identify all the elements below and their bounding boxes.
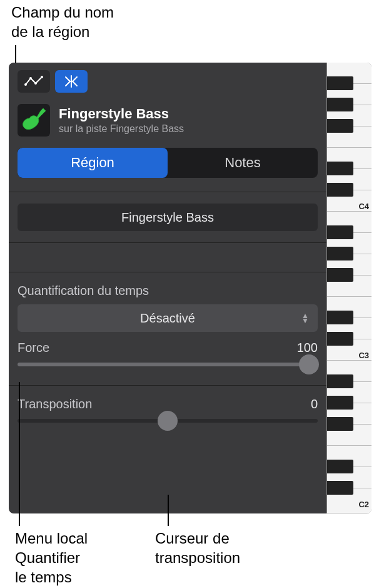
piano-key-label-c2: C2: [358, 500, 369, 509]
callout-quantize-menu: Menu local Quantifier le temps: [15, 529, 88, 587]
callout-region-name-field: Champ du nom de la région: [11, 3, 114, 41]
piano-ruler[interactable]: C4 C3 C2: [326, 63, 371, 513]
strength-value: 100: [297, 341, 318, 355]
quantize-value: Désactivé: [140, 311, 195, 326]
piano-black-key[interactable]: [327, 332, 353, 346]
callout-line: [19, 382, 20, 526]
strength-label: Force: [18, 341, 49, 355]
region-title: Fingerstyle Bass: [59, 106, 184, 122]
chevron-up-down-icon: ▲▼: [301, 313, 309, 323]
slider-thumb[interactable]: [158, 411, 178, 431]
region-name-field[interactable]: Fingerstyle Bass: [18, 204, 318, 231]
piano-black-key[interactable]: [327, 481, 353, 495]
quantize-section: Quantification du temps Désactivé ▲▼ For…: [9, 272, 326, 385]
region-notes-segmented-control: Région Notes: [18, 148, 318, 178]
piano-key-label-c4: C4: [358, 202, 369, 211]
piano-black-key[interactable]: [327, 460, 353, 473]
svg-point-2: [34, 82, 37, 85]
piano-black-key[interactable]: [327, 374, 353, 388]
bass-guitar-icon: [21, 107, 47, 133]
piano-black-key[interactable]: [327, 98, 353, 111]
catch-playhead-button[interactable]: [55, 70, 88, 93]
strength-row: Force 100: [18, 341, 318, 355]
piano-black-key[interactable]: [327, 162, 353, 175]
slider-fill: [18, 363, 318, 366]
piano-black-key[interactable]: [327, 247, 353, 260]
piano-key-label-c3: C3: [358, 351, 369, 360]
piano-black-key[interactable]: [327, 119, 353, 133]
toolbar: [9, 63, 326, 99]
svg-point-1: [29, 77, 32, 80]
quantize-popup-menu[interactable]: Désactivé ▲▼: [18, 304, 318, 332]
region-inspector-panel: Fingerstyle Bass sur la piste Fingerstyl…: [9, 63, 371, 513]
strength-slider[interactable]: [18, 363, 318, 366]
tab-notes[interactable]: Notes: [168, 148, 318, 178]
slider-thumb[interactable]: [299, 354, 319, 374]
instrument-icon-container: [18, 104, 50, 137]
piano-black-key[interactable]: [327, 76, 353, 90]
piano-black-key[interactable]: [327, 225, 353, 239]
piano-black-key[interactable]: [327, 396, 353, 410]
automation-curve-icon: [24, 76, 43, 87]
section-gap: [9, 242, 326, 272]
region-subtitle: sur la piste Fingerstyle Bass: [59, 123, 184, 135]
callout-line: [168, 495, 169, 526]
svg-point-3: [41, 76, 43, 78]
transpose-row: Transposition 0: [18, 397, 318, 411]
inspector-content: Fingerstyle Bass sur la piste Fingerstyl…: [9, 63, 326, 513]
transpose-section: Transposition 0: [9, 386, 326, 441]
piano-black-key[interactable]: [327, 311, 353, 324]
callout-transpose-slider: Curseur de transposition: [155, 529, 240, 567]
catch-playhead-icon: [64, 75, 79, 88]
divider: [9, 192, 326, 192]
piano-black-key[interactable]: [327, 417, 353, 431]
piano-black-key[interactable]: [327, 183, 353, 197]
quantize-label: Quantification du temps: [18, 284, 318, 298]
piano-black-key[interactable]: [327, 268, 353, 282]
transpose-slider[interactable]: [18, 419, 318, 423]
region-header: Fingerstyle Bass sur la piste Fingerstyl…: [9, 99, 326, 145]
tab-region[interactable]: Région: [18, 148, 168, 178]
transpose-label: Transposition: [18, 397, 92, 411]
transpose-value: 0: [311, 397, 318, 411]
svg-point-0: [24, 83, 27, 86]
automation-tool-button[interactable]: [18, 70, 50, 93]
region-title-block: Fingerstyle Bass sur la piste Fingerstyl…: [59, 106, 184, 135]
